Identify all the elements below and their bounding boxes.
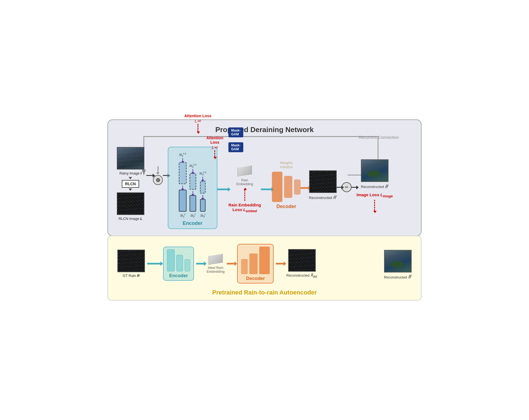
att-loss-2-sub: att (215, 146, 218, 149)
teal-arr-b2 (196, 263, 204, 264)
arrow-down-to-rlcn (129, 177, 132, 179)
rlcn-section: RLCN (122, 177, 139, 191)
gt-rain-thumb (117, 250, 145, 272)
rainy-image-label: Rainy Image I (119, 171, 141, 175)
purple-v-2b (193, 191, 193, 194)
bot-dec-blocks (241, 247, 270, 274)
teal-arrow-to-decoder (261, 189, 272, 190)
teal-arr-b1 (147, 263, 161, 264)
teal-arrow-bot-2 (196, 263, 204, 264)
att-loss-2-label: Attention Loss (206, 136, 223, 144)
red-dash-arrowhead-image (373, 211, 377, 213)
purple-arrowhead-1 (181, 161, 184, 163)
red-dash-up (244, 190, 245, 201)
rain-embed-label: RainEmbedding (236, 178, 253, 186)
purple-v-1 (182, 158, 183, 161)
orange-arrow-to-recon (301, 187, 309, 189)
stage-2-bot-label: St2t (190, 213, 195, 218)
teal-arrow-bot-1 (147, 263, 161, 264)
red-dash-arrowhead-up (244, 188, 247, 190)
bottom-row: GT Rain R Encoder (115, 241, 414, 286)
purple-arrowhead-2b (191, 194, 194, 196)
image-loss-math: Limage (380, 192, 393, 197)
encoder-attention-area: Attention Loss Latt Attention Loss Latt (168, 130, 217, 229)
recon-b-thumb (361, 159, 388, 182)
encoder-box: St1t-1 St1t (168, 147, 217, 229)
image-loss-section: Image Loss Limage (357, 192, 393, 211)
att-loss-1-sub: att (198, 119, 201, 122)
attention-loss-2: Attention Loss Latt (206, 136, 223, 157)
black-arrow-to-minus (337, 187, 342, 188)
att-loss-1-math: L (195, 119, 197, 123)
bot-enc-b2 (176, 255, 183, 271)
stage-2-top-block (190, 173, 196, 190)
ideal-embed-section: Ideal RainEmbedding (207, 254, 225, 274)
purple-arrowhead-3b (201, 198, 204, 200)
arrow-to-encoder (163, 175, 168, 176)
dec-block-1 (272, 172, 282, 202)
gt-rain-section: GT Rain R (117, 250, 145, 278)
re-loss-math: Lembed (243, 207, 257, 212)
stage-3-top-label: St3t-1 (199, 171, 206, 176)
arrow-black-1 (146, 175, 153, 176)
stage-2-bot-block (190, 195, 196, 212)
bottom-title: Pretrained Rain-to-rain Autoencoder (115, 289, 414, 296)
orange-arr-b2 (276, 263, 284, 264)
recon-r-section: Reconstructed R̂t (309, 170, 336, 200)
bot-dec-b3 (259, 247, 270, 274)
teal-arrow-2 (261, 189, 272, 190)
recon-r-label: Reconstructed R̂t (309, 194, 336, 200)
black-arrow-to-recon-b (352, 187, 357, 188)
dec-rect-3 (294, 179, 301, 195)
gt-rain-label: GT Rain R (123, 274, 139, 278)
decoder-section: WeightsInitialize Decoder (272, 161, 301, 209)
stage-1-top-label: St1t-1 (179, 152, 186, 157)
recon-b-math: B̂t (385, 184, 388, 189)
bot-enc-blocks (167, 249, 190, 271)
top-title: Proposed Deraining Network (115, 126, 414, 134)
recon-r-math: R̂t (333, 195, 337, 200)
recon-ae-section: Reconstructed R̂AE (286, 249, 317, 278)
stage-1-bot-block (179, 190, 187, 212)
stage-3: St3t-1 St3t (199, 171, 206, 218)
mask-gam-1: Mask-GAM (228, 127, 243, 137)
ideal-word: Ideal (208, 266, 215, 270)
purple-arrowhead-2 (191, 172, 194, 174)
red-dash-arrowhead-1 (197, 132, 200, 134)
autoencoder-box: GT Rain R Encoder (107, 236, 422, 301)
recon-b-bot-section: Reconstructed B̂t (384, 249, 412, 279)
orange-arrow-bot-2 (276, 263, 284, 264)
bot-enc-b1 (167, 249, 175, 271)
decoder-label: Decoder (276, 204, 296, 209)
left-inputs: Rainy Image I RLCN RLCN Image L (115, 147, 146, 221)
recon-r-thumb (309, 170, 337, 193)
mask-gam-2: Mask-GAM (228, 142, 243, 152)
orange-arr-b1 (227, 263, 235, 264)
mask-gam-boxes: Mask-GAM Mask-GAM (228, 127, 243, 152)
rlcn-image-label: RLCN Image L (118, 217, 142, 221)
purple-v-1b (182, 186, 183, 189)
dec-rect-2 (284, 176, 292, 198)
bottom-encoder: Encoder (163, 247, 194, 281)
recon-b-bot-thumb (384, 250, 412, 272)
bot-dec-label: Decoder (246, 276, 265, 281)
stage-2-top-label: St2t-1 (189, 163, 196, 168)
recon-b-bot-label: Reconstructed B̂t (384, 274, 412, 279)
arrow-black-2 (163, 175, 168, 176)
recon-ae-label: Reconstructed R̂AE (286, 273, 317, 278)
dec-block-2 (284, 176, 292, 198)
stage-1-top-block (179, 162, 187, 184)
purple-arrowhead-1b (181, 189, 184, 191)
purple-v-2 (193, 169, 193, 172)
att-loss-2-math-row: Latt (212, 145, 218, 150)
rain-embed-shape (237, 166, 252, 177)
purple-v-3b (203, 195, 203, 198)
decoder-blocks-row (272, 172, 301, 202)
arrow-down-from-rlcn (129, 189, 132, 191)
stage-3-bot-label: St3t (200, 213, 205, 218)
rlcn-box: RLCN (122, 180, 139, 188)
bot-dec-b1 (241, 259, 248, 274)
att-loss-1-math-row: Latt (195, 119, 201, 123)
gt-rain-math: R (137, 274, 139, 278)
teal-arrow-to-embed (217, 189, 228, 190)
